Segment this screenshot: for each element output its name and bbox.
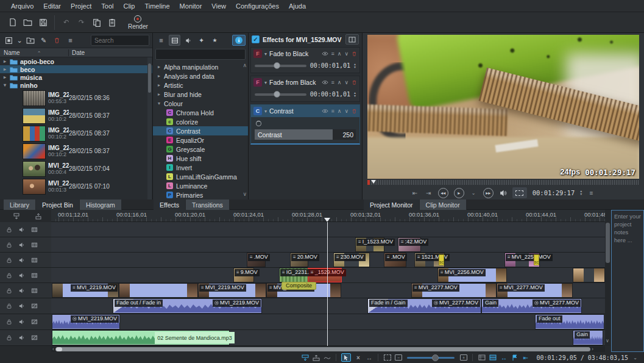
menu-ajuda[interactable]: Ajuda [284,1,311,11]
snap-icon[interactable]: ⇤ [522,353,529,362]
mute-icon[interactable] [18,242,25,248]
goto-zone-start-icon[interactable]: ⇤ [411,189,419,197]
audio-effects-icon[interactable] [182,35,194,46]
new-document-icon[interactable] [5,15,20,30]
collapse-arrow-icon[interactable]: ▾ [264,80,267,85]
statusbar-chevron-icon[interactable]: ⌄ [631,353,639,362]
collapse-arrow-icon[interactable]: ▾ [264,51,267,57]
menu-monitor[interactable]: Monitor [175,1,207,11]
bin-clip-row[interactable]: MVI_22100:01:328/02/15 07:10 [0,178,152,195]
bin-folder-msica[interactable]: ▸música [0,73,152,81]
timeline-clip[interactable]: ≡MVI_2256.MOV [437,268,507,282]
fade-duration-slider[interactable] [255,93,306,96]
bin-folder-beco[interactable]: ▸beco [0,65,152,73]
effect-item-equalizor[interactable]: EEqualizOr [153,135,248,145]
video-thumbnails-icon[interactable] [478,353,486,362]
show-audio-thumbnails-icon[interactable]: ↔ [500,353,508,362]
effects-scroll-up-icon[interactable]: ∧ [242,62,247,68]
move-down-icon[interactable]: ∨ [344,79,349,85]
copy-icon[interactable] [89,15,104,30]
effect-item-luminance[interactable]: LLuminance [153,181,248,190]
effect-item-chromahold[interactable]: CChroma Hold [153,108,248,117]
tab-clip-monitor[interactable]: Clip Monitor [420,199,467,210]
monitor-video-frame[interactable]: 24fps 00:01:29:17 [367,35,639,179]
lock-icon[interactable] [6,303,12,309]
eye-icon[interactable] [322,51,328,56]
extract-zone-icon[interactable] [312,353,320,362]
bin-folder-apoiobeco[interactable]: ▸apoio-beco [0,57,152,65]
timeline-clip[interactable]: ≡_1529.MOV [308,268,342,282]
effect-menu-icon[interactable]: ≡ [331,51,334,57]
favorite-effects-icon[interactable]: ★ [209,35,221,46]
mute-icon[interactable] [18,287,25,294]
edit-clip-icon[interactable]: ✎ [38,35,49,46]
track-1[interactable] [51,222,605,237]
playhead-line[interactable] [327,222,328,346]
move-up-icon[interactable]: ∧ [338,108,342,114]
collapse-arrow-icon[interactable]: ▸ [2,59,7,64]
eye-icon[interactable] [322,109,328,113]
mute-icon[interactable] [18,257,25,264]
mute-icon[interactable] [18,334,25,341]
timeline-clip[interactable]: ≡230.MOV [333,253,370,267]
timeline-clip[interactable]: MVI_2277.MOVGain [481,298,582,314]
effects-scroll-down-icon[interactable]: ∨ [242,191,247,197]
split-compare-button[interactable] [345,34,359,45]
collapse-arrow-icon[interactable]: ▸ [2,74,7,80]
timeline-clip[interactable]: ≡MVI_1526.MOVComposite [266,283,341,298]
menu-timeline[interactable]: Timeline [140,1,174,11]
effects-enabled-checkbox[interactable]: ✓ [252,35,260,43]
delete-effect-icon[interactable] [352,108,357,114]
track-2[interactable]: ≡I_1523.MOV≡:42.MOV [51,237,605,253]
tab-histogram[interactable]: Histogram [80,199,122,210]
value-spinner[interactable]: ▴▾ [354,92,356,98]
effect-category-alphamanipulation[interactable]: ▸Alpha manipulation [153,62,248,71]
timeline-clip[interactable] [573,268,605,282]
effect-item-invert[interactable]: IInvert [153,163,248,172]
effect-item-hueshift[interactable]: HHue shift [153,154,248,163]
expand-arrow-icon[interactable]: ▾ [2,82,7,88]
timeline-clip[interactable]: ≡:42.MOV [398,237,421,252]
bin-view-chevron-icon[interactable]: ⌄ [16,35,23,46]
forward-icon[interactable]: ▸▸ [483,188,494,198]
delete-clip-icon[interactable] [51,35,63,46]
monitor-playhead-icon[interactable] [371,180,376,184]
lock-icon[interactable] [6,242,12,248]
spacer-tool-icon[interactable]: ↔ [365,353,373,362]
paste-icon[interactable] [104,15,119,30]
bin-column-headers[interactable]: Name⌃ Date [0,48,152,57]
lock-icon[interactable] [6,226,12,233]
redo-icon[interactable]: ↷ [74,15,89,30]
zoom-out-icon[interactable]: − [394,353,402,362]
timeline-clip[interactable]: ≡I_1523.MOV [355,237,384,252]
timecode-spinner[interactable]: ▴▾ [580,190,582,196]
monitor-seek-ruler[interactable] [367,180,639,185]
tab-transitions[interactable]: Transitions [186,199,230,210]
timeline-clip[interactable]: ≡MVI_2219.MOV [198,283,266,298]
fade-duration-value[interactable]: 00:00:01,01 [310,62,350,69]
fit-zoom-icon[interactable] [383,353,391,362]
slider-knob[interactable] [274,91,280,98]
timeline-clip[interactable]: ≡MVI_2277.MOV [497,283,573,298]
delete-effect-icon[interactable] [352,51,357,57]
menu-editar[interactable]: Editar [38,1,66,11]
timeline-clip[interactable]: ≡.MOV [384,253,406,267]
menu-tool[interactable]: Tool [96,1,118,11]
value-spinner[interactable]: ▴▾ [354,63,356,69]
curve-tool-icon[interactable] [323,353,331,362]
audio-track-icon[interactable] [31,318,38,325]
effect-item-primaries[interactable]: PPrimaries [153,190,248,199]
video-track-icon[interactable] [31,287,38,294]
effect-category-colour[interactable]: ▾Colour [153,99,248,108]
tab-project-bin[interactable]: Project Bin [36,199,80,210]
render-button[interactable]: Render [128,15,148,30]
timeline-clip[interactable]: ≡MVI_2219.MOV [52,283,119,298]
effects-main-icon[interactable]: ≡ [155,35,167,46]
video-track-icon[interactable] [31,226,38,233]
add-folder-icon[interactable] [24,35,36,46]
composite-transition-badge[interactable]: Composite [281,282,316,290]
param-value[interactable]: 250 [333,129,356,140]
timeline-clip[interactable]: ≡MVI_2277.MOV [411,283,497,298]
video-track-icon[interactable] [31,242,38,248]
effect-category-blurandhide[interactable]: ▸Blur and hide [153,90,248,99]
